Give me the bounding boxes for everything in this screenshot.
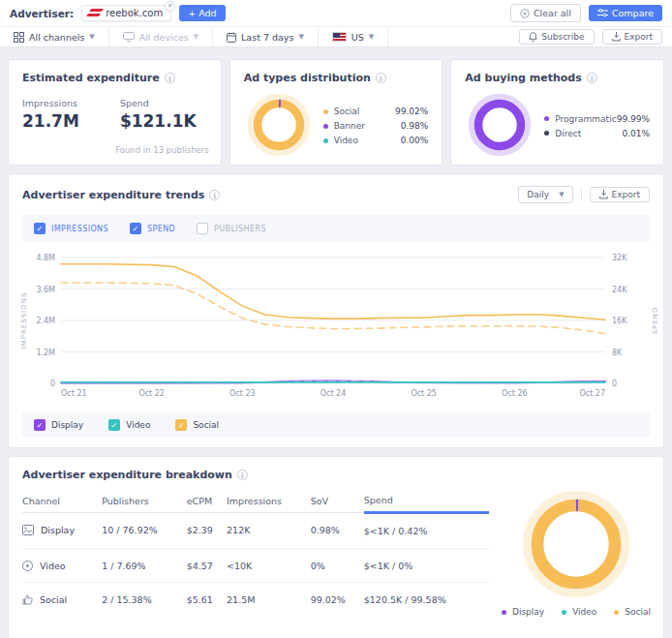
legend-dot-icon <box>614 610 619 615</box>
svg-text:0: 0 <box>50 380 55 388</box>
column-header-channel[interactable]: Channel <box>22 491 102 513</box>
legend-dot-icon <box>323 109 328 114</box>
ad-buying-legend-item: Direct0.01% <box>544 129 650 138</box>
impressions-value: 21.7M <box>22 111 79 131</box>
column-header-sov[interactable]: SoV <box>311 491 364 513</box>
toggle-impressions[interactable]: ✓IMPRESSIONS <box>34 223 108 234</box>
export-button[interactable]: Export <box>602 29 662 45</box>
series-toggle-social[interactable]: ✓Social <box>175 419 219 431</box>
advertiser-chip-domain: reebok.com <box>106 8 163 18</box>
breakdown-legend-video: Video <box>562 607 596 617</box>
svg-text:24K: 24K <box>612 286 627 294</box>
checkbox-icon: ✓ <box>34 223 46 234</box>
ad-types-legend-item: Social99.02% <box>323 106 429 116</box>
table-row-social[interactable]: Social 2 / 15.38%$5.6121.5M99.02%$120.5K… <box>22 583 489 617</box>
social-channel-icon <box>22 594 33 605</box>
info-icon[interactable]: i <box>237 470 248 480</box>
video-channel-icon <box>22 561 33 571</box>
trends-export-button[interactable]: Export <box>590 187 650 202</box>
legend-dot-icon <box>323 124 328 129</box>
metric-toggles-bar: ✓IMPRESSIONS✓SPENDPUBLISHERS <box>22 215 650 242</box>
breakdown-donut-chart <box>519 487 633 603</box>
svg-text:2.4M: 2.4M <box>36 317 55 325</box>
column-header-spend[interactable]: Spend <box>364 491 489 513</box>
channels-grid-icon <box>14 32 24 43</box>
spend-label: Spend <box>120 98 197 108</box>
ad-types-legend: Social99.02% Banner0.98% Video0.00% <box>323 106 429 145</box>
compare-sliders-icon <box>597 9 608 17</box>
column-header-ecpm[interactable]: eCPM <box>187 491 227 513</box>
estimated-expenditure-title: Estimated expenditurei <box>22 72 207 84</box>
subscribe-button[interactable]: Subscribe <box>519 29 594 45</box>
clear-all-icon <box>520 9 530 18</box>
calendar-icon <box>227 32 236 43</box>
svg-text:Oct 25: Oct 25 <box>411 389 437 398</box>
series-toggle-video[interactable]: ✓Video <box>108 419 150 431</box>
svg-text:IMPRESSIONS: IMPRESSIONS <box>20 292 28 349</box>
devices-filter[interactable]: All devices▼ <box>109 27 213 46</box>
checkbox-icon <box>197 223 208 234</box>
add-advertiser-button[interactable]: + Add <box>179 5 225 21</box>
summary-cards-row: Estimated expenditurei Impressions 21.7M… <box>8 59 664 166</box>
svg-text:Oct 27: Oct 27 <box>579 389 605 398</box>
advertiser-chip[interactable]: reebok.com ✕ <box>81 5 171 21</box>
trends-title: Advertiser expenditure trendsi <box>22 189 220 201</box>
column-header-publishers[interactable]: Publishers <box>102 491 187 513</box>
legend-dot-icon <box>544 131 549 136</box>
legend-dot-icon <box>562 610 566 615</box>
ad-types-title: Ad types distributioni <box>244 72 429 84</box>
interval-select[interactable]: Daily▼ <box>518 186 572 203</box>
svg-text:Oct 22: Oct 22 <box>138 389 165 398</box>
svg-text:8K: 8K <box>612 349 623 357</box>
svg-text:Oct 21: Oct 21 <box>61 389 87 398</box>
legend-dot-icon <box>544 116 549 121</box>
breakdown-legend: DisplayVideoSocial <box>502 607 651 617</box>
svg-text:3.6M: 3.6M <box>36 286 55 294</box>
advertiser-label: Advertiser: <box>10 8 74 19</box>
us-flag-icon <box>332 32 347 42</box>
info-icon[interactable]: i <box>587 73 597 83</box>
bell-icon <box>529 32 537 42</box>
table-row-display[interactable]: Display 10 / 76.92%$2.39212K0.98%$<1K / … <box>22 513 489 549</box>
clear-all-button[interactable]: Clear all <box>510 4 581 22</box>
trends-legend-bar: ✓Display✓Video✓Social <box>22 412 650 438</box>
ad-types-donut-chart <box>244 90 314 162</box>
ad-types-legend-item: Video0.00% <box>323 136 429 145</box>
info-icon[interactable]: i <box>209 190 220 200</box>
estimated-expenditure-card: Estimated expenditurei Impressions 21.7M… <box>8 59 222 166</box>
compare-button[interactable]: Compare <box>589 5 662 21</box>
info-icon[interactable]: i <box>376 73 386 83</box>
svg-text:16K: 16K <box>612 317 627 325</box>
country-filter[interactable]: US▼ <box>319 27 388 46</box>
breakdown-title: Advertiser expenditure breakdowni <box>9 469 663 481</box>
channels-filter[interactable]: All channels▼ <box>0 27 109 46</box>
download-icon <box>612 32 621 42</box>
svg-text:Oct 23: Oct 23 <box>229 389 256 398</box>
date-range-filter[interactable]: Last 7 days▼ <box>213 27 319 46</box>
reebok-logo-icon <box>87 9 101 17</box>
divider <box>581 188 582 201</box>
ad-buying-legend-item: Programmatic99.99% <box>544 114 650 124</box>
svg-text:SPEND: SPEND <box>652 307 659 335</box>
checkbox-icon: ✓ <box>130 223 141 234</box>
table-row-video[interactable]: Video 1 / 7.69%$4.57<10K0%$<1K / 0% <box>22 548 489 583</box>
legend-dot-icon <box>502 610 506 615</box>
legend-dot-icon <box>323 138 328 143</box>
column-header-impressions[interactable]: Impressions <box>227 491 311 513</box>
ad-types-legend-item: Banner0.98% <box>323 121 429 131</box>
ad-buying-donut-chart <box>465 90 535 162</box>
svg-text:32K: 32K <box>612 254 627 262</box>
toggle-spend[interactable]: ✓SPEND <box>130 223 175 234</box>
series-toggle-display[interactable]: ✓Display <box>34 419 83 431</box>
breakdown-table: ChannelPublisherseCPMImpressionsSoVSpend… <box>22 491 489 617</box>
svg-text:Oct 26: Oct 26 <box>502 389 528 398</box>
ad-buying-legend: Programmatic99.99% Direct0.01% <box>544 114 650 138</box>
toggle-publishers[interactable]: PUBLISHERS <box>197 223 266 234</box>
display-channel-icon <box>22 525 34 535</box>
ad-buying-title: Ad buying methodsi <box>465 72 650 84</box>
spend-value: $121.1K <box>120 111 197 131</box>
top-bar: Advertiser: reebok.com ✕ + Add Clear all… <box>0 0 672 26</box>
remove-advertiser-icon[interactable]: ✕ <box>165 1 175 12</box>
breakdown-legend-social: Social <box>614 607 651 617</box>
info-icon[interactable]: i <box>165 73 175 83</box>
